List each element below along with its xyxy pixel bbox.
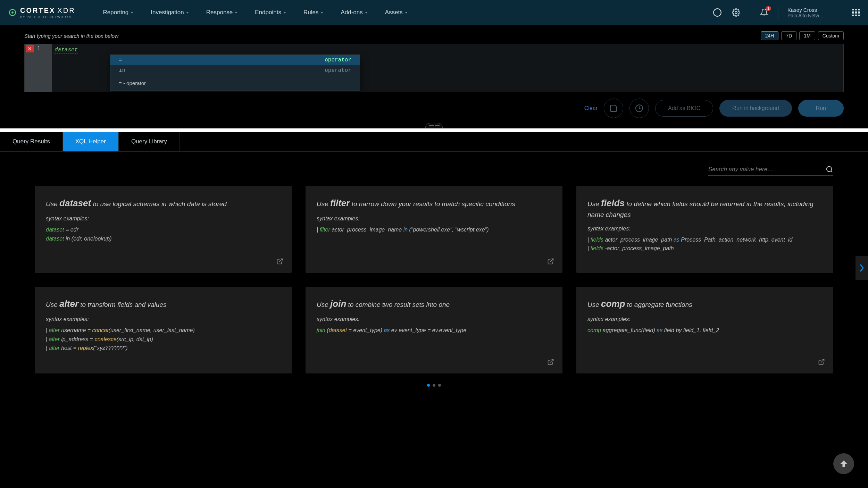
helper-card-fields: Use fields to define which fields should… bbox=[576, 186, 833, 273]
logo-suffix: XDR bbox=[57, 7, 75, 15]
pager-dot[interactable] bbox=[438, 384, 441, 387]
pager bbox=[35, 384, 833, 387]
syntax-example: | fields actor_process_image_path as Pro… bbox=[587, 235, 822, 244]
nav-item-assets[interactable]: Assets bbox=[385, 9, 408, 16]
help-icon[interactable] bbox=[712, 8, 722, 17]
card-title: Use join to combine two result sets into… bbox=[317, 297, 551, 311]
syntax-example: | alter ip_address = coalesce(src_ip, ds… bbox=[46, 335, 281, 344]
svg-line-6 bbox=[831, 171, 832, 172]
helper-search-input[interactable] bbox=[708, 166, 819, 173]
apps-grid-icon[interactable] bbox=[852, 9, 860, 16]
editor-gutter: ✕ 1 bbox=[25, 44, 52, 92]
time-range-picker: 24H7D1MCustom bbox=[761, 31, 844, 40]
line-number: 1 bbox=[37, 45, 40, 52]
tab-query-library[interactable]: Query Library bbox=[119, 132, 180, 151]
top-nav: CORTEX XDR BY PALO ALTO NETWORKS Reporti… bbox=[0, 0, 868, 25]
bell-icon[interactable]: 1 bbox=[759, 8, 769, 17]
add-bioc-button[interactable]: Add as BIOC bbox=[655, 100, 713, 117]
helper-card-join: Use join to combine two result sets into… bbox=[306, 287, 562, 373]
time-pill-custom[interactable]: Custom bbox=[818, 31, 844, 40]
syntax-example: | alter host = replex("xyz??????") bbox=[46, 344, 281, 353]
svg-line-8 bbox=[550, 259, 553, 262]
open-external-icon[interactable] bbox=[276, 258, 283, 266]
svg-line-10 bbox=[821, 360, 824, 363]
pager-dot[interactable] bbox=[433, 384, 435, 387]
autocomplete-hint: = - operator bbox=[110, 76, 360, 90]
next-page-arrow[interactable] bbox=[856, 256, 868, 280]
scroll-top-fab[interactable] bbox=[833, 453, 854, 474]
panel-drag-handle[interactable] bbox=[0, 123, 868, 128]
helper-card-grid: Use dataset to use logical schemas in wh… bbox=[35, 186, 833, 373]
syntax-label: syntax examples: bbox=[317, 216, 551, 222]
run-background-button[interactable]: Run in background bbox=[719, 100, 792, 117]
editor-line[interactable]: dataset bbox=[55, 45, 841, 54]
nav-items: ReportingInvestigationResponseEndpointsR… bbox=[103, 9, 712, 16]
query-editor[interactable]: ✕ 1 dataset =operatorinoperator = - oper… bbox=[24, 44, 844, 92]
user-tenant: Palo Alto Netw… bbox=[787, 13, 843, 18]
helper-card-filter: Use filter to narrow down your results t… bbox=[306, 186, 562, 273]
history-icon[interactable] bbox=[629, 99, 649, 118]
line-error-icon[interactable]: ✕ bbox=[26, 45, 34, 52]
pager-dot[interactable] bbox=[427, 384, 430, 387]
syntax-label: syntax examples: bbox=[587, 226, 822, 232]
nav-item-add-ons[interactable]: Add-ons bbox=[341, 9, 367, 16]
search-hint: Start typing your search in the box belo… bbox=[24, 33, 118, 39]
user-menu[interactable]: Kasey Cross Palo Alto Netw… bbox=[787, 7, 843, 18]
helper-card-dataset: Use dataset to use logical schemas in wh… bbox=[35, 186, 292, 273]
syntax-label: syntax examples: bbox=[46, 216, 281, 222]
query-token-dataset: dataset bbox=[55, 47, 78, 53]
time-pill-24h[interactable]: 24H bbox=[761, 31, 779, 40]
tab-xql-helper[interactable]: XQL Helper bbox=[63, 132, 119, 151]
search-icon[interactable] bbox=[826, 166, 833, 173]
syntax-example: | fields -actor_process_image_path bbox=[587, 244, 822, 253]
panel-separator bbox=[0, 128, 868, 132]
divider bbox=[778, 6, 778, 19]
nav-item-endpoints[interactable]: Endpoints bbox=[255, 9, 286, 16]
helper-card-comp: Use comp to aggregate functionssyntax ex… bbox=[576, 287, 833, 373]
open-external-icon[interactable] bbox=[818, 359, 825, 367]
save-query-icon[interactable] bbox=[604, 99, 623, 118]
card-title: Use alter to transform fields and values bbox=[46, 297, 281, 311]
open-external-icon[interactable] bbox=[547, 359, 554, 367]
syntax-label: syntax examples: bbox=[587, 316, 822, 322]
clear-button[interactable]: Clear bbox=[584, 105, 598, 111]
nav-right: 1 Kasey Cross Palo Alto Netw… bbox=[712, 6, 860, 19]
time-pill-1m[interactable]: 1M bbox=[799, 31, 815, 40]
autocomplete-popup: =operatorinoperator = - operator bbox=[110, 54, 360, 91]
open-external-icon[interactable] bbox=[547, 258, 554, 266]
nav-item-rules[interactable]: Rules bbox=[303, 9, 323, 16]
run-button[interactable]: Run bbox=[798, 100, 844, 117]
svg-point-1 bbox=[11, 11, 14, 14]
card-title: Use dataset to use logical schemas in wh… bbox=[46, 196, 281, 210]
card-title: Use comp to aggregate functions bbox=[587, 297, 822, 311]
syntax-example: comp aggregate_func(field) as field by f… bbox=[587, 326, 822, 335]
syntax-example: | filter actor_process_image_name in ("p… bbox=[317, 225, 551, 234]
nav-item-investigation[interactable]: Investigation bbox=[151, 9, 189, 16]
svg-point-5 bbox=[827, 167, 832, 172]
card-title: Use fields to define which fields should… bbox=[587, 196, 822, 220]
nav-item-response[interactable]: Response bbox=[206, 9, 238, 16]
nav-item-reporting[interactable]: Reporting bbox=[103, 9, 134, 16]
helper-card-alter: Use alter to transform fields and values… bbox=[35, 287, 292, 373]
svg-point-3 bbox=[735, 11, 737, 14]
card-title: Use filter to narrow down your results t… bbox=[317, 196, 551, 210]
query-actions: Clear Add as BIOC Run in background Run bbox=[0, 92, 868, 123]
helper-search bbox=[708, 166, 833, 176]
xql-helper-body: Use dataset to use logical schemas in wh… bbox=[0, 152, 868, 394]
autocomplete-row[interactable]: inoperator bbox=[110, 65, 360, 76]
search-section: Start typing your search in the box belo… bbox=[0, 25, 868, 92]
logo-byline: BY PALO ALTO NETWORKS bbox=[20, 15, 75, 19]
syntax-example: | alter username = concat(user_first_nam… bbox=[46, 326, 281, 335]
syntax-example: dataset = edr bbox=[46, 225, 281, 234]
logo[interactable]: CORTEX XDR BY PALO ALTO NETWORKS bbox=[8, 7, 75, 19]
user-name: Kasey Cross bbox=[787, 7, 843, 13]
syntax-example: dataset in (edr, onelookup) bbox=[46, 234, 281, 243]
time-pill-7d[interactable]: 7D bbox=[781, 31, 796, 40]
gear-icon[interactable] bbox=[731, 8, 741, 17]
tab-query-results[interactable]: Query Results bbox=[0, 132, 63, 151]
cortex-logo-icon bbox=[8, 8, 17, 17]
svg-line-9 bbox=[550, 360, 553, 363]
result-tabs: Query ResultsXQL HelperQuery Library bbox=[0, 132, 868, 152]
svg-line-7 bbox=[279, 259, 282, 262]
autocomplete-row[interactable]: =operator bbox=[110, 55, 360, 65]
